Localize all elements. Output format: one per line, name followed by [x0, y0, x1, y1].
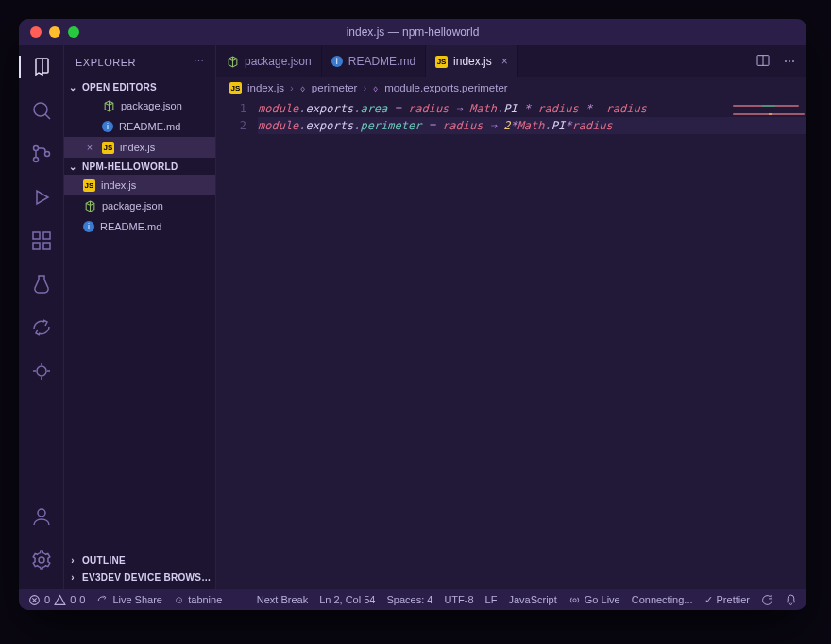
tab-label: README.md — [348, 55, 416, 68]
chevron-down-icon: ⌄ — [66, 80, 79, 93]
editor-tab[interactable]: i README.md — [322, 45, 426, 77]
open-editors-label: OPEN EDITORS — [82, 82, 157, 93]
svg-rect-6 — [33, 243, 40, 249]
connecting-status[interactable]: Connecting... — [632, 594, 693, 605]
smiley-icon: ☺ — [174, 594, 184, 605]
file-name: index.js — [120, 142, 155, 153]
breadcrumb-symbol[interactable]: perimeter — [312, 82, 358, 93]
ev3dev-header[interactable]: › EV3DEV DEVICE BROWS… — [64, 568, 215, 585]
bell-icon[interactable] — [785, 594, 797, 606]
tab-bar: package.json i README.md JS index.js × ⋯ — [216, 45, 806, 77]
chevron-down-icon: ⌄ — [66, 160, 79, 173]
info-icon: i — [331, 56, 343, 67]
file-name: package.json — [102, 200, 163, 212]
chevron-right-icon: › — [363, 82, 366, 93]
outline-label: OUTLINE — [82, 555, 126, 566]
file-name: index.js — [101, 179, 136, 191]
live-share-status[interactable]: Live Share — [96, 594, 162, 606]
file-item[interactable]: JS index.js — [64, 175, 215, 195]
svg-point-2 — [33, 158, 38, 162]
window-title: index.js — npm-helloworld — [19, 25, 806, 39]
indentation-status[interactable]: Spaces: 4 — [386, 594, 432, 605]
svg-point-1 — [33, 146, 38, 151]
testing-icon[interactable] — [19, 263, 64, 306]
svg-point-9 — [38, 509, 45, 517]
extensions-icon[interactable] — [19, 219, 64, 263]
check-icon: ✓ — [704, 594, 713, 606]
errors-warnings[interactable]: 0 0 0 — [28, 594, 85, 606]
method-icon: ⬨ — [372, 82, 379, 93]
accounts-icon[interactable] — [19, 495, 64, 538]
breadcrumbs[interactable]: JS index.js › ⬨ perimeter › ⬨ module.exp… — [216, 77, 806, 98]
project-header[interactable]: ⌄ NPM-HELLOWORLD — [64, 158, 215, 175]
svg-rect-5 — [43, 232, 50, 239]
close-icon[interactable]: × — [83, 142, 96, 153]
code-line[interactable]: module.exports.perimeter = radius ⇒ 2*Ma… — [258, 117, 806, 134]
chevron-right-icon: › — [290, 82, 294, 93]
prettier-status[interactable]: ✓ Prettier — [704, 594, 750, 606]
source-control-icon[interactable] — [19, 132, 64, 176]
sidebar-title: EXPLORER — [76, 57, 136, 68]
file-name: README.md — [100, 221, 161, 232]
js-icon: JS — [229, 82, 242, 94]
go-live-status[interactable]: Go Live — [568, 594, 620, 606]
search-icon[interactable] — [19, 89, 64, 132]
svg-point-13 — [573, 598, 576, 601]
breadcrumb-symbol[interactable]: module.exports.perimeter — [384, 82, 507, 93]
status-bar: 0 0 0 Live Share ☺ tabnine Next Break Ln… — [19, 589, 806, 610]
npm-icon — [83, 199, 96, 212]
file-name: README.md — [119, 121, 180, 132]
info-icon: i — [83, 221, 94, 232]
maximize-window-button[interactable] — [68, 26, 79, 38]
code-line[interactable]: module.exports.area = radius ⇒ Math.PI *… — [258, 100, 806, 117]
run-debug-icon[interactable] — [19, 176, 64, 219]
npm-icon — [226, 55, 239, 68]
svg-point-3 — [44, 152, 49, 157]
titlebar: index.js — npm-helloworld — [19, 19, 806, 45]
project-label: NPM-HELLOWORLD — [82, 161, 178, 172]
line-gutter: 12 — [216, 98, 258, 589]
chevron-right-icon: › — [66, 553, 79, 567]
gear-icon[interactable] — [19, 538, 64, 582]
liveshare-icon[interactable] — [19, 306, 64, 349]
encoding-status[interactable]: UTF-8 — [444, 594, 473, 605]
svg-point-0 — [34, 103, 47, 116]
editor-tab[interactable]: JS index.js × — [426, 45, 518, 77]
open-editor-item[interactable]: × JS index.js — [64, 137, 215, 158]
js-icon: JS — [83, 179, 95, 192]
explorer-icon[interactable] — [19, 45, 64, 89]
svg-rect-4 — [33, 232, 40, 239]
tabnine-status[interactable]: ☺ tabnine — [174, 594, 222, 605]
editor-more-icon[interactable]: ⋯ — [784, 55, 795, 68]
file-item[interactable]: package.json — [64, 195, 215, 216]
open-editors-header[interactable]: ⌄ OPEN EDITORS — [64, 78, 215, 95]
language-status[interactable]: JavaScript — [508, 594, 556, 605]
split-editor-icon[interactable] — [755, 53, 771, 71]
close-window-button[interactable] — [30, 26, 42, 38]
method-icon: ⬨ — [299, 82, 306, 93]
minimize-window-button[interactable] — [49, 26, 60, 38]
tab-label: index.js — [453, 55, 492, 68]
js-icon: JS — [435, 56, 448, 68]
svg-rect-7 — [43, 243, 50, 249]
editor-tab[interactable]: package.json — [216, 45, 322, 77]
sidebar-more-icon[interactable]: ⋯ — [194, 56, 205, 68]
open-editor-item[interactable]: i README.md — [64, 116, 215, 137]
svg-point-8 — [37, 366, 46, 376]
close-icon[interactable]: × — [501, 55, 508, 68]
chevron-right-icon: › — [66, 570, 79, 584]
file-item[interactable]: i README.md — [64, 216, 215, 237]
breadcrumb-file[interactable]: index.js — [247, 82, 284, 93]
feedback-icon[interactable] — [761, 594, 773, 606]
eol-status[interactable]: LF — [485, 594, 498, 605]
open-editor-item[interactable]: package.json — [64, 95, 215, 116]
file-name: package.json — [121, 100, 182, 111]
activity-bar — [19, 45, 64, 589]
target-icon[interactable] — [19, 349, 64, 393]
code-editor[interactable]: module.exports.area = radius ⇒ Math.PI *… — [258, 98, 806, 589]
explorer-sidebar: EXPLORER ⋯ ⌄ OPEN EDITORS package.json i… — [64, 45, 215, 589]
next-break-status[interactable]: Next Break — [257, 594, 308, 605]
tab-label: package.json — [245, 55, 312, 68]
outline-header[interactable]: › OUTLINE — [64, 551, 215, 568]
cursor-position[interactable]: Ln 2, Col 54 — [319, 594, 375, 605]
